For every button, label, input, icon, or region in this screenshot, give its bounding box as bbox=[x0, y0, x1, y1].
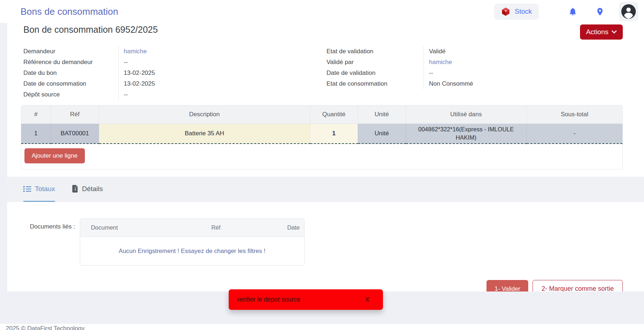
field-label: Date du bon bbox=[23, 68, 118, 78]
chevron-down-icon bbox=[612, 30, 617, 34]
doc-header-ref: Réf bbox=[201, 224, 277, 231]
add-line-area: Ajouter une ligne bbox=[21, 144, 622, 169]
page-head: Bon de consommation 6952/2025 Actions bbox=[7, 23, 644, 40]
toast-message: verifier le depot source bbox=[237, 296, 300, 303]
line-subtotal-cell: - bbox=[526, 123, 622, 144]
stock-package-icon bbox=[501, 7, 511, 17]
field-demandeur: Demandeur hamiche bbox=[23, 46, 326, 57]
field-label: Date de validation bbox=[326, 68, 424, 78]
documents-table: Document Réf Date Aucun Enrigstrement ! … bbox=[80, 218, 305, 266]
map-pin-icon bbox=[595, 7, 604, 16]
lines-header-row: # Réf Description Quantité Unité Utilisé… bbox=[21, 105, 622, 123]
field-label: Validé par bbox=[326, 57, 424, 68]
page-title: Bon de consommation 6952/2025 bbox=[23, 24, 158, 35]
person-avatar-icon bbox=[621, 4, 636, 19]
list-icon bbox=[23, 186, 31, 192]
actions-button-label: Actions bbox=[586, 28, 608, 36]
lines-table: # Réf Description Quantité Unité Utilisé… bbox=[21, 105, 622, 144]
account-menu-button[interactable] bbox=[619, 2, 638, 21]
info-left-column: Demandeur hamiche Référence du demandeur… bbox=[23, 46, 326, 100]
bell-icon bbox=[568, 7, 577, 16]
header-unit: Unité bbox=[358, 105, 406, 123]
line-description-cell[interactable]: Batterie 35 AH bbox=[99, 123, 310, 144]
field-label: Etat de consommation bbox=[326, 78, 424, 89]
app-title: Bons de consommation bbox=[20, 6, 118, 17]
valide-par-link[interactable]: hamiche bbox=[424, 57, 623, 68]
header-description: Description bbox=[99, 105, 310, 123]
field-value: -- bbox=[118, 57, 326, 68]
validate-button[interactable]: 1- Valider bbox=[487, 280, 528, 291]
toast-close-button[interactable]: X bbox=[363, 296, 371, 304]
location-button[interactable] bbox=[594, 6, 606, 18]
field-label: Demandeur bbox=[23, 46, 118, 57]
doc-header-date: Date bbox=[277, 224, 304, 231]
actions-button[interactable]: Actions bbox=[580, 24, 623, 40]
field-label: Référence du demandeur bbox=[23, 57, 118, 68]
header-num: # bbox=[21, 105, 51, 123]
header-quantity: Quantité bbox=[310, 105, 358, 123]
bottom-actions: 1- Valider 2- Marquer comme sortie bbox=[7, 266, 644, 291]
demandeur-link[interactable]: hamiche bbox=[118, 46, 326, 57]
add-line-button[interactable]: Ajouter une ligne bbox=[24, 148, 85, 163]
field-date-consommation: Date de consommation 13-02-2025 bbox=[23, 78, 326, 89]
field-value: 13-02-2025 bbox=[118, 68, 326, 78]
documents-empty-message: Aucun Enrigstrement ! Essayez de changer… bbox=[80, 237, 304, 265]
copyright-text: 2025 © DataFirst Technology bbox=[6, 325, 85, 330]
error-toast: verifier le depot source X bbox=[229, 289, 383, 310]
tab-totaux-label: Totaux bbox=[35, 185, 55, 193]
field-etat-consommation: Etat de consommation Non Consommé bbox=[326, 78, 623, 89]
field-label: Date de consommation bbox=[23, 78, 118, 89]
stock-module-button[interactable]: Stock bbox=[494, 4, 539, 20]
tab-details[interactable]: Détails bbox=[72, 177, 103, 202]
line-number-cell: 1 bbox=[21, 123, 51, 144]
documents-table-header: Document Réf Date bbox=[80, 219, 304, 237]
notifications-button[interactable] bbox=[567, 5, 579, 18]
table-row: 1 BAT00001 Batterie 35 AH 1 Unité 004862… bbox=[21, 123, 622, 144]
tab-totaux[interactable]: Totaux bbox=[23, 177, 55, 202]
field-value: Validé bbox=[424, 46, 623, 57]
page-footer: 2025 © DataFirst Technology bbox=[0, 324, 644, 330]
main-content-card: Bon de consommation 6952/2025 Actions De… bbox=[7, 23, 644, 291]
stock-label: Stock bbox=[515, 8, 532, 15]
field-valide-par: Validé par hamiche bbox=[326, 57, 623, 68]
field-value: Non Consommé bbox=[424, 78, 623, 89]
field-label: Etat de validation bbox=[326, 46, 424, 57]
line-quantity-cell[interactable]: 1 bbox=[310, 123, 358, 144]
field-reference-demandeur: Référence du demandeur -- bbox=[23, 57, 326, 68]
field-date-du-bon: Date du bon 13-02-2025 bbox=[23, 68, 326, 78]
field-etat-validation: Etat de validation Validé bbox=[326, 46, 623, 57]
field-value: -- bbox=[424, 68, 623, 78]
linked-documents-section: Documents liés : Document Réf Date Aucun… bbox=[7, 202, 644, 266]
tabs-strip: Totaux Détails bbox=[7, 177, 644, 202]
line-unit-cell: Unité bbox=[358, 123, 406, 144]
line-used-in-cell: 004862*322*16(Express - IMLOULE HAKIM) bbox=[406, 123, 526, 144]
field-depot-source: Dépôt source -- bbox=[23, 89, 326, 100]
mark-as-out-button[interactable]: 2- Marquer comme sortie bbox=[533, 280, 623, 291]
topbar: Bons de consommation Stock bbox=[0, 0, 644, 23]
field-value: 13-02-2025 bbox=[118, 78, 326, 89]
tab-details-label: Détails bbox=[82, 185, 103, 193]
lines-table-container: # Réf Description Quantité Unité Utilisé… bbox=[21, 105, 623, 169]
file-icon bbox=[72, 185, 78, 193]
field-date-validation: Date de validation -- bbox=[326, 68, 623, 78]
header-ref: Réf bbox=[51, 105, 99, 123]
field-label: Dépôt source bbox=[23, 89, 118, 100]
document-info-section: Demandeur hamiche Référence du demandeur… bbox=[23, 46, 623, 100]
topbar-right: Stock bbox=[494, 2, 638, 21]
field-value: -- bbox=[118, 89, 326, 100]
info-right-column: Etat de validation Validé Validé par ham… bbox=[326, 46, 623, 100]
header-subtotal: Sous-total bbox=[526, 105, 622, 123]
doc-header-document: Document bbox=[80, 224, 201, 231]
line-ref-cell: BAT00001 bbox=[51, 123, 99, 144]
documents-lies-label: Documents liés : bbox=[30, 223, 75, 230]
header-used-in: Utilisé dans bbox=[406, 105, 526, 123]
